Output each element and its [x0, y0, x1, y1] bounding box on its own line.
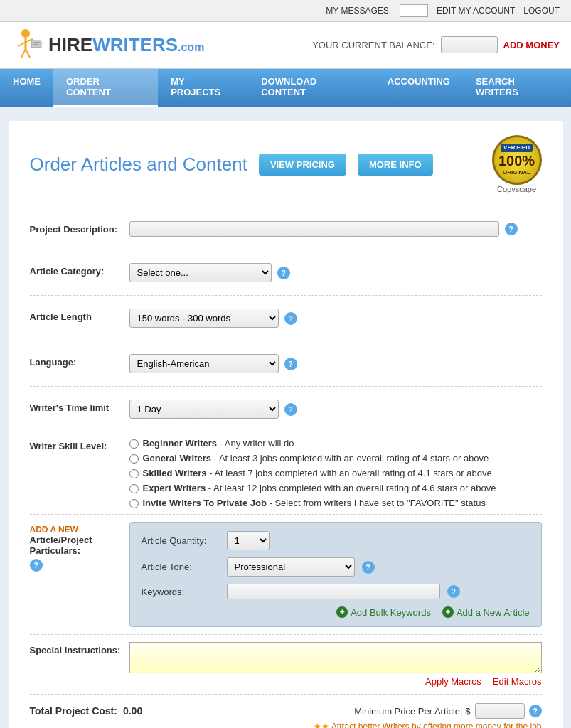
- skill-general-radio[interactable]: [129, 454, 139, 464]
- more-info-button[interactable]: MORE INFO: [358, 154, 433, 176]
- language-help-icon[interactable]: ?: [284, 358, 297, 370]
- copyscape-label: Copyscape: [492, 185, 542, 193]
- skill-beginner-radio[interactable]: [129, 439, 139, 449]
- skill-general[interactable]: General Writers - At least 3 jobs comple…: [129, 453, 496, 464]
- keywords-help-icon[interactable]: ?: [447, 585, 460, 598]
- edit-macros-link[interactable]: Edit Macros: [493, 676, 542, 687]
- balance-label: YOUR CURRENT BALANCE:: [312, 40, 434, 50]
- add-new-article-label: Add a New Article: [457, 607, 530, 618]
- svg-line-5: [26, 49, 30, 58]
- nav-home[interactable]: HOME: [0, 69, 53, 107]
- star2: ★: [321, 722, 329, 728]
- plus-circle-bulk: +: [336, 606, 348, 618]
- keywords-input[interactable]: [227, 584, 440, 599]
- language-control: English-American ?: [129, 354, 542, 373]
- logo-icon: [11, 28, 46, 62]
- nav-order-content[interactable]: ORDER CONTENT: [53, 69, 158, 107]
- language-row: Language: English-American ?: [30, 348, 542, 379]
- skill-general-name: General Writers: [143, 453, 212, 464]
- project-desc-help-icon[interactable]: ?: [505, 223, 518, 235]
- writer-time-section: Writer's Time limit 1 Day ?: [30, 386, 542, 432]
- language-label: Language:: [30, 354, 129, 368]
- apply-macros-link[interactable]: Apply Macros: [425, 676, 481, 687]
- balance-input[interactable]: [441, 36, 498, 53]
- article-length-help-icon[interactable]: ?: [284, 312, 297, 325]
- language-select[interactable]: English-American: [129, 354, 279, 373]
- writer-time-help-icon[interactable]: ?: [284, 403, 297, 416]
- min-price-help-icon[interactable]: ?: [529, 705, 542, 717]
- add-new-label-area: ADD A NEW Article/Project Particulars: ?: [30, 522, 129, 572]
- skill-skilled-name: Skilled Writers: [143, 468, 207, 478]
- project-desc-label: Project Description:: [30, 221, 129, 235]
- svg-rect-6: [31, 41, 41, 48]
- add-new-section: ADD A NEW Article/Project Particulars: ?…: [30, 514, 542, 634]
- add-new-help-icon[interactable]: ?: [30, 559, 43, 572]
- article-tone-label: Article Tone:: [142, 562, 220, 572]
- min-price-input[interactable]: [475, 703, 525, 719]
- article-category-control: Select one... ?: [129, 263, 542, 282]
- article-tone-help-icon[interactable]: ?: [362, 561, 375, 574]
- nav-accounting[interactable]: ACCOUNTING: [375, 69, 463, 107]
- edit-account-link[interactable]: EDIT MY ACCOUNT: [437, 6, 515, 16]
- skill-skilled-desc: - At least 7 jobs completed with an over…: [207, 468, 492, 478]
- min-price-label: Minimum Price Per Article: $: [354, 706, 470, 717]
- attract-notice: ★★ Attract better Writers by offering mo…: [30, 722, 542, 728]
- skill-level-label: Writer Skill Level:: [30, 438, 129, 451]
- writer-time-label: Writer's Time limit: [30, 400, 129, 413]
- add-new-sub-label: Article/Project: [30, 535, 129, 545]
- add-new-article-link[interactable]: + Add a New Article: [442, 606, 530, 618]
- project-description-input[interactable]: [129, 221, 499, 237]
- balance-area: YOUR CURRENT BALANCE: ADD MONEY: [312, 36, 560, 53]
- article-tone-row: Article Tone: Professional ?: [142, 557, 530, 577]
- add-new-panel: Article Quantity: 1 Article Tone: Profes…: [129, 522, 542, 627]
- nav-search-writers[interactable]: SEARCH WRITERS: [463, 69, 571, 107]
- nav-download-content[interactable]: DOWNLOAD CONTENT: [248, 69, 375, 107]
- view-pricing-button[interactable]: VIEW PRICING: [259, 154, 346, 176]
- add-bulk-keywords-link[interactable]: + Add Bulk Keywords: [336, 606, 431, 618]
- skill-expert-name: Expert Writers: [143, 483, 206, 493]
- article-tone-select[interactable]: Professional: [227, 557, 355, 577]
- article-length-row: Article Length 150 words - 300 words ?: [30, 303, 542, 333]
- skill-expert[interactable]: Expert Writers - At least 12 jobs comple…: [129, 483, 496, 493]
- logo-bar: HIREWRITERS.com YOUR CURRENT BALANCE: AD…: [0, 22, 571, 69]
- keywords-row: Keywords: ?: [142, 584, 530, 599]
- article-length-section: Article Length 150 words - 300 words ?: [30, 295, 542, 341]
- top-bar: MY MESSAGES: EDIT MY ACCOUNT LOGOUT: [0, 0, 571, 22]
- special-instructions-row: Special Instructions: Apply Macros Edit …: [30, 642, 542, 687]
- page-title-area: Order Articles and Content VIEW PRICING …: [30, 135, 542, 193]
- article-category-select[interactable]: Select one...: [129, 263, 272, 282]
- add-new-top-label: ADD A NEW: [30, 525, 129, 535]
- skill-beginner[interactable]: Beginner Writers - Any writer will do: [129, 438, 496, 449]
- article-length-label: Article Length: [30, 309, 129, 322]
- messages-count-box: [400, 4, 428, 17]
- skill-invite[interactable]: Invite Writers To Private Job - Select f…: [129, 498, 496, 508]
- project-description-row: Project Description: ?: [30, 215, 542, 242]
- svg-line-4: [21, 49, 26, 58]
- article-quantity-select[interactable]: 1: [227, 531, 270, 550]
- article-length-control: 150 words - 300 words ?: [129, 309, 542, 328]
- writer-time-control: 1 Day ?: [129, 400, 542, 419]
- article-category-label: Article Category:: [30, 263, 129, 277]
- total-right: Minimum Price Per Article: $ ?: [354, 703, 541, 719]
- add-bulk-keywords-label: Add Bulk Keywords: [351, 607, 431, 618]
- logo-text: HIREWRITERS.com: [48, 34, 204, 56]
- article-category-section: Article Category: Select one... ?: [30, 250, 542, 295]
- article-length-select[interactable]: 150 words - 300 words: [129, 309, 279, 328]
- special-instructions-area: Apply Macros Edit Macros: [129, 642, 542, 687]
- add-new-row: ADD A NEW Article/Project Particulars: ?…: [30, 522, 542, 627]
- add-money-link[interactable]: ADD MONEY: [503, 40, 560, 50]
- skill-skilled-radio[interactable]: [129, 469, 139, 478]
- skill-invite-radio[interactable]: [129, 499, 139, 508]
- article-category-help-icon[interactable]: ?: [277, 267, 290, 279]
- special-instructions-textarea[interactable]: [129, 642, 542, 673]
- article-category-row: Article Category: Select one... ?: [30, 257, 542, 288]
- writer-time-select[interactable]: 1 Day: [129, 400, 279, 419]
- copyscape-badge: VERIFIED 100% ORIGINAL Copyscape: [492, 135, 542, 193]
- my-messages-label: MY MESSAGES:: [326, 6, 391, 16]
- keywords-label: Keywords:: [142, 587, 220, 597]
- skill-skilled[interactable]: Skilled Writers - At least 7 jobs comple…: [129, 468, 496, 478]
- total-left: Total Project Cost: 0.00: [30, 705, 143, 717]
- logout-link[interactable]: LOGOUT: [523, 6, 560, 16]
- skill-expert-radio[interactable]: [129, 484, 139, 493]
- nav-my-projects[interactable]: MY PROJECTS: [158, 69, 248, 107]
